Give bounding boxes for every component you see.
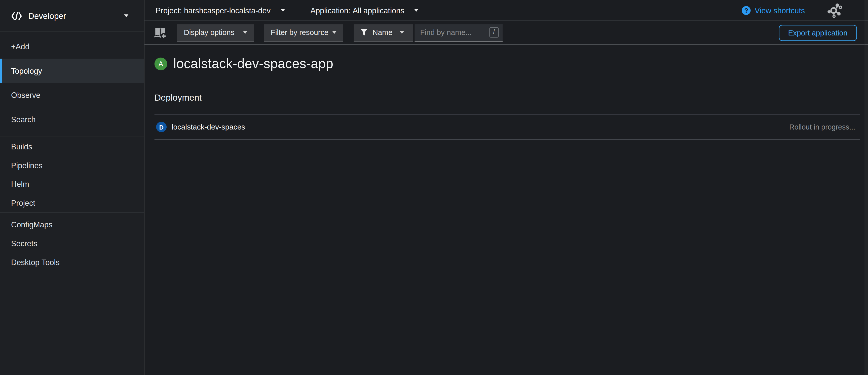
topology-toolbar: Display options Filter by resource Name … bbox=[145, 21, 868, 45]
section-heading: Deployment bbox=[155, 91, 860, 105]
sidebar-item-builds[interactable]: Builds bbox=[0, 137, 144, 156]
export-application-button[interactable]: Export application bbox=[779, 25, 857, 41]
help-icon: ? bbox=[742, 6, 751, 14]
name-filter-dropdown[interactable]: Name bbox=[354, 24, 413, 41]
display-options-dropdown[interactable]: Display options bbox=[177, 24, 254, 41]
chevron-down-icon bbox=[124, 14, 129, 17]
deployment-status: Rollout in progress... bbox=[789, 123, 855, 131]
sidebar-item-project[interactable]: Project bbox=[0, 194, 144, 212]
sidebar-item-observe[interactable]: Observe bbox=[0, 83, 144, 107]
name-filter-label: Name bbox=[372, 28, 392, 36]
topology-list-view: A localstack-dev-spaces-app Deployment D… bbox=[145, 45, 868, 375]
topology-graph-view-icon[interactable] bbox=[827, 3, 842, 18]
application-selector-value: All applications bbox=[352, 6, 404, 14]
find-by-name-field: / bbox=[415, 24, 503, 41]
view-shortcuts-label: View shortcuts bbox=[755, 6, 805, 14]
filter-funnel-icon bbox=[361, 29, 368, 36]
project-selector-value: harshcasper-localsta-dev bbox=[184, 6, 271, 14]
sidebar: Developer +Add Topology Observe Search B… bbox=[0, 0, 145, 375]
deployment-row[interactable]: D localstack-dev-spaces Rollout in progr… bbox=[155, 114, 860, 140]
context-bar: Project: harshcasper-localsta-dev Applic… bbox=[145, 0, 868, 21]
application-selector[interactable]: Application: All applications bbox=[306, 6, 423, 14]
code-icon bbox=[11, 11, 22, 20]
chevron-down-icon bbox=[281, 9, 285, 11]
filter-by-resource-dropdown[interactable]: Filter by resource bbox=[264, 24, 343, 41]
deployment-badge: D bbox=[156, 122, 166, 132]
view-shortcuts-link[interactable]: ? View shortcuts bbox=[742, 6, 805, 14]
sidebar-item-search[interactable]: Search bbox=[0, 107, 144, 132]
perspective-switcher[interactable]: Developer bbox=[0, 0, 144, 32]
filter-by-resource-label: Filter by resource bbox=[271, 28, 329, 36]
display-options-label: Display options bbox=[184, 28, 234, 36]
scrollbar-track[interactable] bbox=[865, 0, 868, 375]
sidebar-item-configmaps[interactable]: ConfigMaps bbox=[0, 215, 144, 234]
sidebar-item-helm[interactable]: Helm bbox=[0, 175, 144, 194]
slash-shortcut-key: / bbox=[489, 27, 499, 37]
main-area: Project: harshcasper-localsta-dev Applic… bbox=[145, 0, 868, 375]
chevron-down-icon bbox=[400, 31, 404, 34]
application-group-header: A localstack-dev-spaces-app bbox=[155, 56, 860, 71]
chevron-down-icon bbox=[332, 31, 337, 34]
sidebar-item-desktop-tools[interactable]: Desktop Tools bbox=[0, 253, 144, 272]
project-selector-label: Project: bbox=[156, 6, 182, 14]
find-by-name-input[interactable] bbox=[420, 28, 490, 36]
chevron-down-icon bbox=[243, 31, 248, 34]
sidebar-item-secrets[interactable]: Secrets bbox=[0, 234, 144, 253]
quick-search-add-icon[interactable] bbox=[153, 26, 167, 39]
chevron-down-icon bbox=[414, 9, 419, 11]
sidebar-nav: +Add Topology Observe Search Builds Pipe… bbox=[0, 32, 144, 375]
sidebar-item-pipelines[interactable]: Pipelines bbox=[0, 156, 144, 175]
application-badge: A bbox=[155, 57, 167, 70]
sidebar-item-topology[interactable]: Topology bbox=[0, 59, 144, 83]
page-title: localstack-dev-spaces-app bbox=[173, 56, 333, 71]
application-selector-label: Application: bbox=[310, 6, 350, 14]
project-selector[interactable]: Project: harshcasper-localsta-dev bbox=[151, 6, 289, 14]
deployment-name-link[interactable]: localstack-dev-spaces bbox=[172, 123, 245, 131]
sidebar-item-add[interactable]: +Add bbox=[0, 34, 144, 59]
perspective-label: Developer bbox=[28, 11, 66, 21]
app-window: Developer +Add Topology Observe Search B… bbox=[0, 0, 868, 375]
